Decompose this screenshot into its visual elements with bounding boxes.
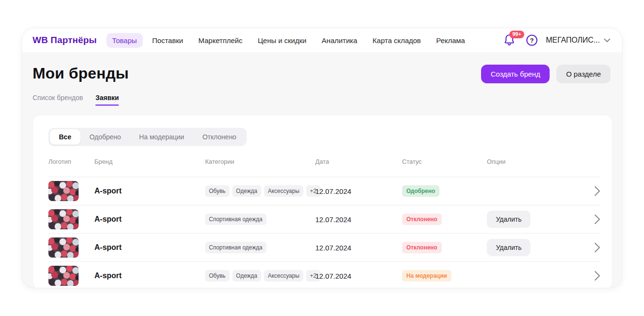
category-chips: Обувь Одежда Аксессуары +2 [205,185,315,197]
category-chip: Одежда [232,270,261,282]
notifications-button[interactable]: 99+ [504,34,518,47]
row-open-button[interactable] [594,242,600,253]
main-nav: Товары Поставки Маркетплейс Цены и скидк… [106,33,471,48]
chevron-right-icon [594,186,600,196]
table-row[interactable]: A-sport Спортивная одежда 12.07.2024 Отк… [48,205,600,233]
table-row[interactable]: A-sport Обувь Одежда Аксессуары +2 12.07… [48,177,600,205]
account-menu[interactable]: МЕГАПОЛИС... [546,36,610,45]
application-date: 12.07.2024 [315,215,402,224]
brand-logo-image [48,181,79,201]
chevron-right-icon [594,214,600,225]
category-chip: Спортивная одежда [205,242,266,253]
help-button[interactable]: ? [526,34,538,46]
nav-item-postavki[interactable]: Поставки [147,33,189,48]
application-date: 12.07.2024 [315,244,402,252]
brand-name: A-sport [94,187,205,195]
applications-card: Все Одобрено На модерации Отклонено Лого… [33,115,612,288]
table-header: Логотип Бренд Категории Дата Статус Опци… [48,146,600,177]
category-chip: Обувь [205,185,230,197]
application-date: 12.07.2024 [315,187,402,195]
create-brand-button[interactable]: Создать бренд [481,65,550,83]
category-chip: Спортивная одежда [205,214,266,225]
status-badge: На модерации [402,270,451,282]
brand-name: A-sport [94,215,205,224]
tab-brand-list[interactable]: Список брендов [33,94,83,106]
app-window: WB Партнёры Товары Поставки Маркетплейс … [22,28,622,288]
row-open-button[interactable] [594,214,600,225]
about-section-button[interactable]: О разделе [556,65,610,83]
category-chips: Спортивная одежда [205,242,315,253]
status-badge: Отклонено [402,242,442,253]
application-date: 12.07.2024 [315,272,402,280]
col-header-date: Дата [315,158,402,165]
brand-name: A-sport [94,271,205,280]
nav-item-analytics[interactable]: Аналитика [316,33,363,48]
filter-rejected[interactable]: Отклонено [193,129,245,145]
chevron-down-icon [604,38,610,43]
filter-approved[interactable]: Одобрено [80,129,130,145]
filter-all[interactable]: Все [50,129,80,145]
col-header-logo: Логотип [48,158,94,165]
page-title: Мои бренды [33,65,129,82]
nav-item-marketplace[interactable]: Маркетплейс [193,33,248,48]
category-chips: Спортивная одежда [205,214,315,225]
brand-logo-image [48,266,79,286]
table-row[interactable]: A-sport Обувь Одежда Аксессуары +2 12.07… [48,261,600,288]
table-row[interactable]: A-sport Спортивная одежда 12.07.2024 Отк… [48,233,600,261]
col-header-brand: Бренд [94,158,205,165]
account-name: МЕГАПОЛИС... [546,36,600,45]
chevron-right-icon [594,242,600,253]
category-chip: Аксессуары [264,270,303,282]
notifications-count-badge: 99+ [509,31,524,38]
category-chip: Одежда [232,185,261,197]
category-chip: Аксессуары [264,185,303,197]
brand-name: A-sport [94,243,205,252]
svg-text:?: ? [530,37,534,44]
status-filter: Все Одобрено На модерации Отклонено [48,128,247,146]
tab-applications[interactable]: Заявки [95,94,119,106]
col-header-options: Опции [487,158,577,165]
status-badge: Одобрено [402,185,439,197]
brand-logo-image [48,237,79,258]
brand-logo-image [48,209,79,229]
nav-item-prices[interactable]: Цены и скидки [252,33,312,48]
delete-button[interactable]: Удалить [487,239,530,256]
filter-moderation[interactable]: На модерации [130,129,193,145]
delete-button[interactable]: Удалить [487,211,530,228]
row-open-button[interactable] [594,271,600,281]
col-header-status: Статус [402,158,487,165]
col-header-categories: Категории [205,158,315,165]
category-chips: Обувь Одежда Аксессуары +2 [205,270,315,282]
question-circle-icon: ? [526,34,538,46]
page-tabs: Список брендов Заявки [33,94,610,106]
status-badge: Отклонено [402,214,442,225]
chevron-right-icon [594,271,600,281]
row-open-button[interactable] [594,186,600,196]
nav-item-ads[interactable]: Реклама [430,33,471,48]
nav-item-tovary[interactable]: Товары [106,33,143,48]
nav-item-warehouse-map[interactable]: Карта складов [367,33,427,48]
top-navigation: WB Партнёры Товары Поставки Маркетплейс … [22,28,622,52]
wb-partners-logo[interactable]: WB Партнёры [33,35,97,45]
category-chip: Обувь [205,270,230,282]
